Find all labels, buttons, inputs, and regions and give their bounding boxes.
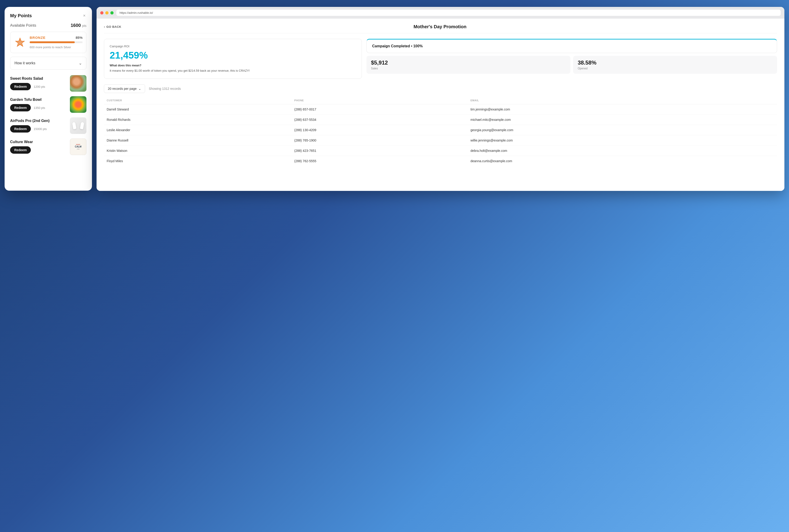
- reward-image-salad: [70, 75, 87, 92]
- how-it-works-label: How it works: [15, 61, 35, 65]
- campaign-completed-card: Campaign Completed • 100%: [366, 39, 777, 53]
- progress-fill: [30, 41, 75, 43]
- table-row: Ronald Richards(288) 637-5534michael.mit…: [104, 114, 777, 125]
- showing-records-label: Showing 1312 records: [149, 87, 181, 91]
- reward-name: Culture Wear: [10, 140, 70, 144]
- records-per-page-dropdown[interactable]: 20 records per page ⌄: [104, 84, 145, 93]
- close-window-button[interactable]: [100, 11, 104, 15]
- table-row: Leslie Alexander(288) 130-4209georgia.yo…: [104, 125, 777, 135]
- roi-what-label: What does this mean?: [110, 64, 356, 67]
- cell-email: michael.mitc@example.com: [467, 114, 777, 125]
- cell-customer: Leslie Alexander: [104, 125, 292, 135]
- pts-label: 1200 pts: [34, 85, 45, 89]
- table-row: Kristin Watson(288) 423-7651debra.holt@e…: [104, 146, 777, 156]
- cell-email: deanna.curtis@example.com: [467, 156, 777, 166]
- points-unit: pts: [82, 24, 87, 27]
- browser-nav: ‹ GO BACK Mother's Day Promotion: [104, 24, 777, 33]
- reward-actions: Redeem 15000 pts: [10, 125, 70, 133]
- browser-toolbar: https://admin.rushable.io/: [96, 7, 784, 19]
- column-header-customer: CUSTOMER: [104, 97, 292, 104]
- panel-header: My Points ×: [10, 13, 87, 19]
- available-points-row: Available Points 1600 pts: [10, 23, 87, 28]
- culture-and-text: AND: [77, 148, 80, 150]
- stat-label-opened: Opened: [578, 67, 772, 70]
- browser-content: ‹ GO BACK Mother's Day Promotion Campaig…: [96, 19, 784, 191]
- reward-left: Sweet Roots Salad Redeem 1200 pts: [10, 76, 70, 90]
- close-button[interactable]: ×: [82, 13, 87, 19]
- available-label: Available Points: [10, 23, 36, 27]
- reward-image-airpods: [70, 117, 87, 134]
- stat-value-sales: $5,912: [371, 59, 566, 66]
- go-back-label: GO BACK: [107, 25, 122, 28]
- cell-customer: Ronald Richards: [104, 114, 292, 125]
- points-value: 1600 pts: [71, 23, 87, 28]
- reward-left: Culture Wear Redeem: [10, 140, 70, 154]
- reward-left: Garden Tofu Bowl Redeem 1350 pts: [10, 98, 70, 111]
- cell-email: willie.jennings@example.com: [467, 135, 777, 146]
- redeem-button[interactable]: Redeem: [10, 146, 31, 154]
- go-back-button[interactable]: ‹ GO BACK: [104, 25, 122, 28]
- reward-item: AirPods Pro (2nd Gen) Redeem 15000 pts: [10, 117, 87, 134]
- cell-phone: (288) 765-1900: [292, 135, 467, 146]
- bronze-percent: 85%: [76, 36, 82, 39]
- airpod-right: [80, 122, 85, 129]
- records-bar: 20 records per page ⌄ Showing 1312 recor…: [104, 84, 777, 93]
- chevron-down-icon: ⌄: [79, 61, 82, 66]
- culture-keep-text: KEEP: [76, 144, 80, 145]
- reward-actions: Redeem 1200 pts: [10, 83, 70, 90]
- bronze-label: BRONZE: [30, 36, 45, 39]
- reward-image-tofu: [70, 96, 87, 113]
- roi-value: 21,459%: [110, 50, 356, 61]
- reward-actions: Redeem: [10, 146, 70, 154]
- reward-image-culture: KEEP CALM AND: [70, 138, 87, 155]
- pts-label: 1350 pts: [34, 106, 45, 110]
- stat-card-sales: $5,912 Sales: [366, 56, 570, 74]
- redeem-button[interactable]: Redeem: [10, 125, 31, 133]
- how-it-works-section[interactable]: How it works ⌄: [10, 57, 87, 70]
- cell-phone: (288) 637-5534: [292, 114, 467, 125]
- panel-title: My Points: [10, 13, 32, 18]
- roi-description: It means for every $1.00 worth of token …: [110, 69, 356, 73]
- reward-name: Garden Tofu Bowl: [10, 98, 70, 102]
- redeem-button[interactable]: Redeem: [10, 83, 31, 90]
- cell-email: georgia.young@example.com: [467, 125, 777, 135]
- roi-right-section: Campaign Completed • 100% $5,912 Sales 3…: [366, 39, 777, 79]
- cell-phone: (288) 423-7651: [292, 146, 467, 156]
- airpod-left: [72, 122, 76, 129]
- campaign-completed-label: Campaign Completed • 100%: [372, 44, 423, 48]
- star-icon: [14, 37, 26, 49]
- cell-customer: Kristin Watson: [104, 146, 292, 156]
- cell-phone: (288) 130-4209: [292, 125, 467, 135]
- bronze-card: BRONZE 85% 600 more points to reach Silv…: [10, 32, 87, 53]
- cell-email: debra.holt@example.com: [467, 146, 777, 156]
- cell-phone: (288) 762-5555: [292, 156, 467, 166]
- browser-panel: https://admin.rushable.io/ ‹ GO BACK Mot…: [96, 7, 784, 191]
- bronze-info: BRONZE 85% 600 more points to reach Silv…: [30, 36, 82, 49]
- cell-customer: Floyd Miles: [104, 156, 292, 166]
- reward-name: Sweet Roots Salad: [10, 76, 70, 81]
- url-bar[interactable]: https://admin.rushable.io/: [116, 10, 781, 16]
- customers-table: CUSTOMER PHONE EMAIL Darrell Steward(288…: [104, 97, 777, 166]
- table-row: Darrell Steward(288) 657-0017tim.jenning…: [104, 104, 777, 114]
- stat-label-sales: Sales: [371, 67, 566, 70]
- cell-phone: (288) 657-0017: [292, 104, 467, 114]
- reward-actions: Redeem 1350 pts: [10, 104, 70, 111]
- reward-item: Culture Wear Redeem KEEP CALM AND: [10, 138, 87, 155]
- column-header-phone: PHONE: [292, 97, 467, 104]
- redeem-button[interactable]: Redeem: [10, 104, 31, 111]
- my-points-panel: My Points × Available Points 1600 pts BR…: [5, 7, 92, 191]
- roi-card: Campaign ROI 21,459% What does this mean…: [104, 39, 362, 79]
- minimize-window-button[interactable]: [105, 11, 109, 15]
- table-row: Dianne Russell(288) 765-1900willie.jenni…: [104, 135, 777, 146]
- reward-item: Garden Tofu Bowl Redeem 1350 pts: [10, 96, 87, 113]
- cell-customer: Dianne Russell: [104, 135, 292, 146]
- cell-email: tim.jennings@example.com: [467, 104, 777, 114]
- reward-name: AirPods Pro (2nd Gen): [10, 119, 70, 123]
- maximize-window-button[interactable]: [110, 11, 114, 15]
- traffic-lights: [100, 11, 114, 15]
- column-header-email: EMAIL: [467, 97, 777, 104]
- stat-card-opened: 38.58% Opened: [573, 56, 777, 74]
- bronze-subtitle: 600 more points to reach Silver: [30, 45, 71, 49]
- roi-label: Campaign ROI: [110, 44, 356, 48]
- campaign-roi-section: Campaign ROI 21,459% What does this mean…: [104, 39, 777, 79]
